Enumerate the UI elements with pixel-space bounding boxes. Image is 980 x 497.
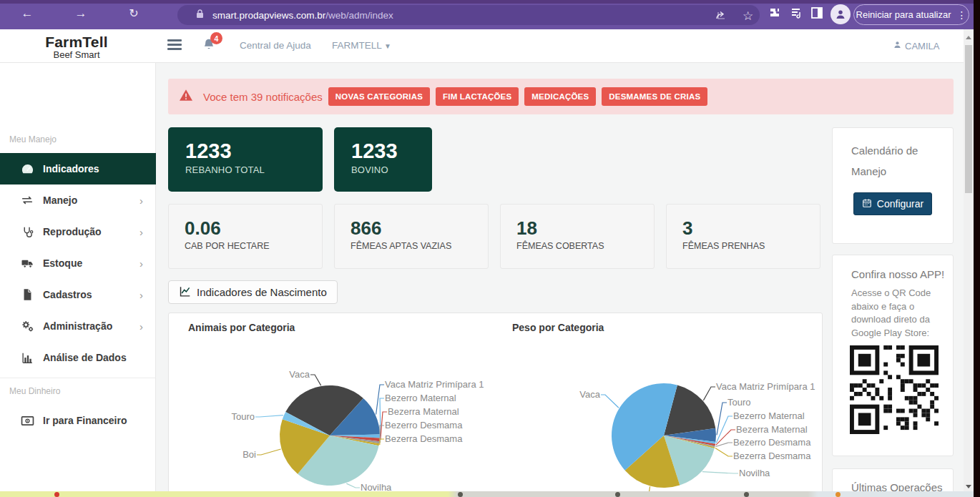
birth-indicators-button[interactable]: Indicadores de Nascimento <box>168 280 338 304</box>
stat-value: 18 <box>516 217 654 240</box>
pie-label: Bezerra Maternal <box>388 406 459 417</box>
pie-label: Touro <box>727 397 751 408</box>
stat-card-fêmeas-prenhas: 3FÊMEAS PRENHAS <box>666 204 820 269</box>
scroll-up-arrow[interactable] <box>966 36 971 39</box>
gauge-icon <box>20 163 34 175</box>
stat-label: REBANHO TOTAL <box>185 164 323 175</box>
pie-label: Bezerro Desmama <box>385 420 463 430</box>
taskbar-mark <box>615 492 620 497</box>
stat-card-fêmeas-cobertas: 18FÊMEAS COBERTAS <box>500 204 655 269</box>
url-text: smart.prodapviews.com.br/web/adm/index <box>212 10 393 21</box>
pie-label: Vaca <box>579 389 600 400</box>
page-scrollbar[interactable] <box>964 29 974 497</box>
address-bar[interactable]: smart.prodapviews.com.br/web/adm/index ☆ <box>177 5 760 25</box>
stat-value: 866 <box>351 217 488 240</box>
browser-toolbar: ← → ↻ smart.prodapviews.com.br/web/adm/i… <box>0 0 980 29</box>
bar-chart-icon <box>20 352 34 364</box>
sidebar-item-label: Cadastros <box>43 289 92 300</box>
stat-value: 1233 <box>351 139 432 163</box>
sidebar-item-manejo[interactable]: Manejo› <box>0 184 156 216</box>
pie-label: Vaca Matriz Primípara 1 <box>385 379 484 390</box>
sidebar-item-ir-para-financeiro[interactable]: Ir para Financeiro <box>0 405 156 436</box>
sidebar-item-label: Indicadores <box>43 163 99 174</box>
calendar-card-title: Calendário de Manejo <box>851 140 937 182</box>
taskbar-strip <box>0 491 974 497</box>
pie-label: Boi <box>242 449 256 460</box>
side-panel-icon[interactable] <box>811 7 823 21</box>
pie-label: Bezerra Maternal <box>736 424 808 435</box>
pie-label: Bezerro Maternal <box>385 393 456 403</box>
extensions-puzzle-icon[interactable] <box>768 7 780 21</box>
notification-count-badge: 4 <box>210 32 222 44</box>
browser-reload-icon[interactable]: ↻ <box>125 6 142 20</box>
pie-label: Bezerro Maternal <box>733 410 805 421</box>
banner-button-novas-categorias[interactable]: NOVAS CATEGORIAS <box>328 87 430 106</box>
app-logo[interactable]: FarmTell Beef Smart <box>37 34 116 60</box>
sidebar-item-label: Manejo <box>43 195 77 206</box>
banner-button-fim-lactações[interactable]: FIM LACTAÇÕES <box>436 87 519 106</box>
stethoscope-icon <box>20 225 34 238</box>
sidebar-item-label: Administração <box>43 320 112 332</box>
stat-label: FÊMEAS PRENHAS <box>682 241 820 251</box>
app-card-body: Acesse o QR Code abaixo e faça o downloa… <box>851 287 939 340</box>
chevron-right-icon: › <box>139 320 143 333</box>
gears-icon <box>20 320 34 333</box>
notifications-bell-icon[interactable]: 4 <box>202 36 216 55</box>
money-icon <box>20 415 34 426</box>
taskbar-red-dot <box>54 492 59 497</box>
lock-icon <box>196 9 204 21</box>
browser-profile-avatar[interactable] <box>830 4 851 24</box>
browser-forward-icon[interactable]: → <box>72 6 89 21</box>
sidebar-section-label: Meu Manejo <box>9 134 57 144</box>
app-header: FarmTell Beef Smart 4 Central de Ajuda F… <box>0 29 974 63</box>
birth-indicators-label: Indicadores de Nascimento <box>197 286 327 298</box>
chevron-right-icon: › <box>139 226 143 238</box>
scrollbar-thumb[interactable] <box>965 45 972 193</box>
stat-card-fêmeas-aptas-vazias: 866FÊMEAS APTAS VAZIAS <box>334 204 489 269</box>
stat-card-bovino: 1233BOVINO <box>334 127 432 192</box>
sidebar-item-cadastros[interactable]: Cadastros› <box>0 279 156 310</box>
sidebar-item-reprodução[interactable]: Reprodução› <box>0 216 156 247</box>
header-user[interactable]: CAMILA <box>893 40 939 51</box>
header-user-name: CAMILA <box>905 41 939 51</box>
account-dropdown[interactable]: FARMTELL ▼ <box>332 40 391 51</box>
screen-edge <box>974 0 980 497</box>
pie-label: Bezerra Desmama <box>385 433 463 444</box>
category-charts-card: Animais por Categoria Peso por Categoria… <box>168 313 823 497</box>
sidebar-item-análise-de-dados[interactable]: Análise de Dados <box>0 342 156 373</box>
bookmark-star-icon[interactable]: ☆ <box>743 9 753 24</box>
configure-calendar-button[interactable]: Configurar <box>853 192 932 215</box>
stat-label: FÊMEAS APTAS VAZIAS <box>351 241 488 251</box>
notification-banner: Voce tem 39 notificações NOVAS CATEGORIA… <box>168 79 954 114</box>
banner-button-desmames-de-crias[interactable]: DESMAMES DE CRIAS <box>602 87 707 106</box>
pie-label: Touro <box>231 411 255 422</box>
banner-button-medicações[interactable]: MEDICAÇÕES <box>524 87 596 106</box>
menu-toggle-icon[interactable] <box>167 39 182 52</box>
stat-label: FÊMEAS COBERTAS <box>516 241 654 251</box>
pie-label: Vaca <box>289 369 310 380</box>
scroll-down-arrow[interactable] <box>966 485 971 488</box>
file-icon <box>20 288 34 301</box>
exchange-icon <box>20 195 34 206</box>
user-icon <box>893 40 902 51</box>
sidebar-item-administração[interactable]: Administração› <box>0 310 156 342</box>
browser-menu-icon[interactable]: ⋮ <box>956 9 966 21</box>
pie-label: Novilha <box>739 468 770 478</box>
stat-value: 0.06 <box>185 217 322 240</box>
browser-update-button[interactable]: Reiniciar para atualizar ⋮ <box>853 4 969 25</box>
sidebar-item-estoque[interactable]: Estoque› <box>0 247 156 279</box>
share-icon[interactable] <box>715 9 727 23</box>
pie-leader-line <box>703 387 715 400</box>
pie-label: Vaca Matriz Primípara 1 <box>716 381 815 392</box>
taskbar-orange-dot <box>836 492 841 497</box>
pie-leader-line <box>255 415 283 417</box>
help-center-link[interactable]: Central de Ajuda <box>240 40 311 51</box>
browser-back-icon[interactable]: ← <box>19 6 36 21</box>
sidebar-item-indicadores[interactable]: Indicadores <box>0 153 156 184</box>
qr-code-image <box>850 345 939 437</box>
taskbar-mark <box>744 492 749 497</box>
pie-leader-line <box>702 472 738 473</box>
pie-leader-line <box>257 449 281 455</box>
chevron-right-icon: › <box>139 195 143 207</box>
media-list-icon[interactable] <box>790 7 803 21</box>
